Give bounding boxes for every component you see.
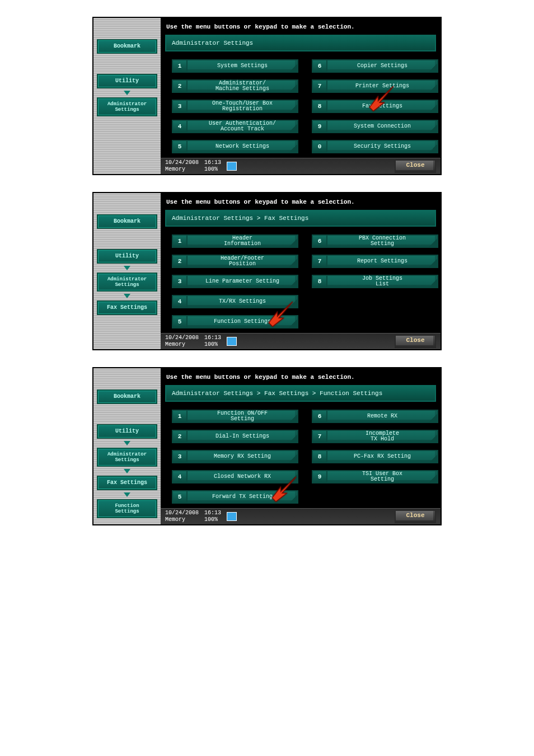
option-number: 3 [172,450,188,463]
status-memory-label: Memory [165,166,199,173]
menu-option-2[interactable]: 2Header/Footer Position [172,255,298,268]
menu-option-8[interactable]: 8Fax Settings [312,100,438,113]
hint-text: Use the menu buttons or keypad to make a… [161,18,441,35]
menu-option-7[interactable]: 7Report Settings [312,255,438,268]
option-label: Copier Settings [327,59,438,73]
option-number: 7 [312,430,327,443]
menu-option-0[interactable]: 0Security Settings [312,140,438,153]
sidebar-item-bookmark[interactable]: Bookmark [97,39,157,54]
sidebar-item-utility[interactable]: Utility [97,424,157,439]
menu-option-6[interactable]: 6Copier Settings [312,59,438,73]
hint-text: Use the menu buttons or keypad to make a… [161,368,441,385]
option-number: 6 [312,410,327,423]
status-time: 16:13 [204,335,221,341]
sidebar-item-bookmark[interactable]: Bookmark [97,389,157,404]
option-label: One-Touch/User Box Registration [188,100,298,113]
breadcrumb-arrow-icon [124,492,130,497]
option-label: Administrator/ Machine Settings [188,79,298,93]
menu-option-3[interactable]: 3One-Touch/User Box Registration [172,100,298,113]
option-number: 5 [172,490,188,504]
option-label: Header/Footer Position [188,255,298,268]
option-number: 1 [172,234,188,248]
menu-option-2[interactable]: 2Administrator/ Machine Settings [172,79,298,93]
menu-option-8[interactable]: 8Job Settings List [312,275,438,288]
option-label: Function ON/OFF Setting [188,410,298,423]
sidebar-item-fax-settings[interactable]: Fax Settings [97,300,157,315]
option-label: Fax Settings [327,100,438,113]
menu-option-6[interactable]: 6PBX Connection Setting [312,234,438,248]
option-label: Dial-In Settings [188,430,298,443]
option-label: Remote RX [327,410,438,423]
status-date: 10/24/2008 [165,335,199,341]
option-number: 1 [172,410,188,423]
menu-option-8[interactable]: 8PC-Fax RX Setting [312,450,438,463]
status-memory-pct: 100% [204,341,221,348]
option-number: 3 [172,275,188,288]
option-label: PC-Fax RX Setting [327,450,438,463]
status-memory-label: Memory [165,516,199,523]
option-number: 5 [172,140,188,153]
option-number: 4 [172,470,188,483]
option-label: TSI User Box Setting [327,470,438,483]
option-label: Network Settings [188,140,298,153]
sidebar: BookmarkUtilityAdministrator SettingsFax… [93,193,161,349]
menu-option-5[interactable]: 5Forward TX Setting [172,490,298,504]
close-button[interactable]: Close [395,510,436,523]
options-grid: 1Function ON/OFF Setting6Remote RX2Dial-… [161,406,441,508]
option-number: 8 [312,100,327,113]
option-number: 0 [312,140,327,153]
sidebar-item-bookmark[interactable]: Bookmark [97,214,157,229]
option-label: System Connection [327,120,438,133]
menu-option-1[interactable]: 1Header Information [172,234,298,248]
menu-option-7[interactable]: 7Incomplete TX Hold [312,430,438,443]
sidebar-item-fax-settings[interactable]: Fax Settings [97,476,157,490]
option-number: 2 [172,255,188,268]
sidebar-item-administrator-settings[interactable]: Administrator Settings [97,273,157,292]
option-label: User Authentication/ Account Track [188,120,298,133]
sidebar-item-utility[interactable]: Utility [97,74,157,88]
option-label: Report Settings [327,255,438,268]
menu-option-2[interactable]: 2Dial-In Settings [172,430,298,443]
status-memory-label: Memory [165,341,199,348]
menu-option-1[interactable]: 1System Settings [172,59,298,73]
menu-option-6[interactable]: 6Remote RX [312,410,438,423]
status-time: 16:13 [204,159,221,166]
option-number: 9 [312,470,327,483]
option-label: Function Settings [188,315,298,328]
menu-option-4[interactable]: 4Closed Network RX [172,470,298,483]
menu-option-3[interactable]: 3Line Parameter Setting [172,275,298,288]
option-number: 7 [312,255,327,268]
status-icon [227,337,237,346]
option-number: 3 [172,100,188,113]
menu-option-9[interactable]: 9System Connection [312,120,438,133]
status-icon [227,512,237,521]
option-label: Line Parameter Setting [188,275,298,288]
option-label: Incomplete TX Hold [327,430,438,443]
sidebar-item-utility[interactable]: Utility [97,249,157,264]
menu-option-1[interactable]: 1Function ON/OFF Setting [172,410,298,423]
breadcrumb: Administrator Settings [165,35,436,51]
menu-option-3[interactable]: 3Memory RX Setting [172,450,298,463]
options-grid: 1Header Information6PBX Connection Setti… [161,231,441,333]
option-label: TX/RX Settings [188,295,298,308]
option-label: Forward TX Setting [188,490,298,504]
menu-option-5[interactable]: 5Function Settings [172,315,298,328]
status-memory-pct: 100% [204,516,221,523]
menu-option-4[interactable]: 4User Authentication/ Account Track [172,120,298,133]
status-date: 10/24/2008 [165,159,199,166]
menu-option-5[interactable]: 5Network Settings [172,140,298,153]
status-bar: 10/24/2008Memory16:13100%Close [161,158,441,174]
option-number: 6 [312,234,327,248]
breadcrumb-arrow-icon [124,266,130,270]
sidebar-item-administrator-settings[interactable]: Administrator Settings [97,97,157,116]
sidebar-item-administrator-settings[interactable]: Administrator Settings [97,448,157,467]
status-icon [227,162,237,171]
close-button[interactable]: Close [395,159,436,173]
breadcrumb-arrow-icon [124,91,130,95]
menu-option-7[interactable]: 7Printer Settings [312,79,438,93]
menu-option-4[interactable]: 4TX/RX Settings [172,295,298,308]
close-button[interactable]: Close [395,335,436,348]
sidebar-item-function-settings[interactable]: Function Settings [97,499,157,518]
option-number: 2 [172,430,188,443]
menu-option-9[interactable]: 9TSI User Box Setting [312,470,438,483]
